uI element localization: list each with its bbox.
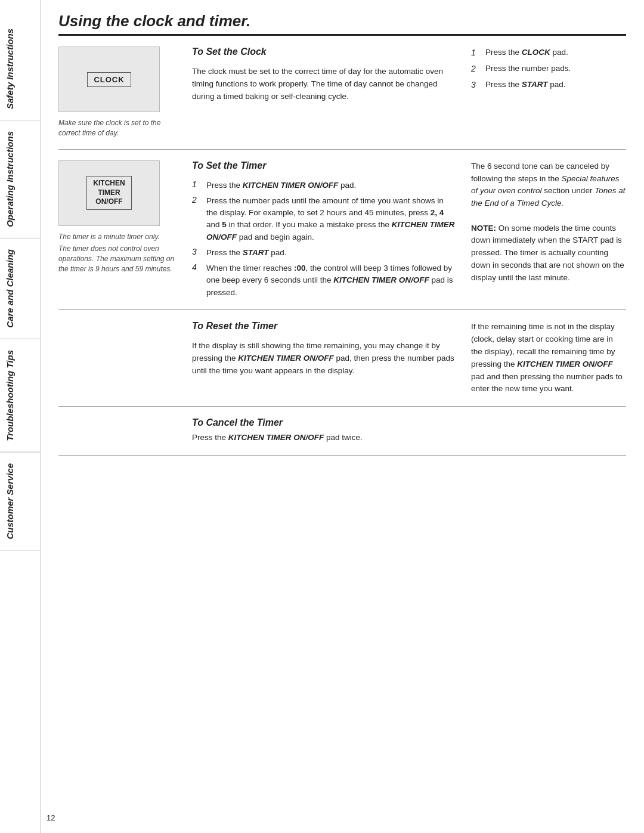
section-set-clock: CLOCK Make sure the clock is set to the …	[58, 36, 626, 150]
timer-step-4-text: When the timer reaches :00, the control …	[206, 262, 457, 299]
timer-label-onoff: ON/OFF	[93, 197, 125, 207]
timer-step-1-text: Press the KITCHEN TIMER ON/OFF pad.	[206, 179, 457, 191]
sidebar-item-safety: Safety Instructions	[0, 18, 40, 120]
reset-right-col: If the remaining time is not in the disp…	[471, 321, 626, 396]
timer-step-1: 1 Press the KITCHEN TIMER ON/OFF pad.	[192, 179, 457, 191]
sidebar-item-troubleshooting: Troubleshooting Tips	[0, 339, 40, 453]
timer-caption-2: The timer does not control oven operatio…	[58, 244, 178, 274]
timer-step-1-num: 1	[192, 179, 203, 189]
reset-section-title: To Reset the Timer	[192, 321, 457, 332]
reset-left-text: If the display is still showing the time…	[192, 340, 457, 377]
page-number: 12	[47, 813, 55, 822]
timer-device-label: KITCHEN TIMER ON/OFF	[86, 176, 131, 210]
reset-content-col: To Reset the Timer If the display is sti…	[192, 321, 457, 396]
clock-device-image: CLOCK	[58, 47, 160, 112]
timer-label-timer: TIMER	[93, 188, 125, 198]
timer-caption-1: The timer is a minute timer only.	[58, 232, 160, 242]
clock-step-3-text: Press the START pad.	[485, 79, 626, 91]
timer-steps: 1 Press the KITCHEN TIMER ON/OFF pad. 2 …	[192, 179, 457, 299]
timer-step-4-num: 4	[192, 262, 203, 272]
reset-spacer	[58, 321, 178, 396]
timer-label-kitchen: KITCHEN	[93, 179, 125, 188]
clock-step-3-num: 3	[471, 79, 482, 91]
sidebar: Safety Instructions Operating Instructio…	[0, 0, 41, 833]
sidebar-item-care: Care and Cleaning	[0, 239, 40, 339]
timer-image-col: KITCHEN TIMER ON/OFF The timer is a minu…	[58, 160, 178, 299]
clock-step-3: 3 Press the START pad.	[471, 79, 626, 91]
clock-step-2-text: Press the number pads.	[485, 63, 626, 75]
timer-note-label: NOTE:	[471, 224, 496, 233]
reset-right-text: If the remaining time is not in the disp…	[471, 321, 626, 396]
timer-step-2-text: Press the number pads until the amount o…	[206, 195, 457, 243]
main-content: Using the clock and timer. CLOCK Make su…	[41, 0, 644, 473]
clock-step-1-text: Press the CLOCK pad.	[485, 47, 626, 58]
section-set-timer: KITCHEN TIMER ON/OFF The timer is a minu…	[58, 150, 626, 310]
cancel-body-text: Press the KITCHEN TIMER ON/OFF pad twice…	[192, 432, 626, 444]
sidebar-item-operating: Operating Instructions	[0, 120, 40, 239]
clock-steps-col: 1 Press the CLOCK pad. 2 Press the numbe…	[471, 47, 626, 138]
timer-step-2-num: 2	[192, 195, 203, 205]
timer-section-title: To Set the Timer	[192, 160, 457, 171]
timer-right-main-text: The 6 second tone can be canceled by fol…	[471, 160, 626, 210]
clock-content-col: To Set the Clock The clock must be set t…	[192, 47, 457, 138]
clock-body-text: The clock must be set to the correct tim…	[192, 66, 457, 103]
timer-content-col: To Set the Timer 1 Press the KITCHEN TIM…	[192, 160, 457, 299]
timer-step-2: 2 Press the number pads until the amount…	[192, 195, 457, 243]
clock-steps: 1 Press the CLOCK pad. 2 Press the numbe…	[471, 47, 626, 91]
timer-right-col: The 6 second tone can be canceled by fol…	[471, 160, 626, 299]
timer-note-text: NOTE: On some models the time counts dow…	[471, 222, 626, 285]
section-cancel-timer: To Cancel the Timer Press the KITCHEN TI…	[58, 407, 626, 456]
clock-step-2: 2 Press the number pads.	[471, 63, 626, 75]
clock-device-label: CLOCK	[87, 72, 131, 87]
cancel-section-title: To Cancel the Timer	[192, 417, 626, 428]
clock-caption: Make sure the clock is set to the correc…	[58, 118, 178, 138]
clock-step-1-num: 1	[471, 47, 482, 59]
timer-step-3-num: 3	[192, 247, 203, 256]
clock-image-col: CLOCK Make sure the clock is set to the …	[58, 47, 178, 138]
timer-step-3: 3 Press the START pad.	[192, 247, 457, 259]
clock-section-title: To Set the Clock	[192, 47, 457, 57]
timer-device-image: KITCHEN TIMER ON/OFF	[58, 160, 160, 226]
clock-step-1: 1 Press the CLOCK pad.	[471, 47, 626, 59]
page-title: Using the clock and timer.	[58, 0, 626, 36]
sidebar-item-customer-service: Customer Service	[0, 452, 40, 551]
timer-step-4: 4 When the timer reaches :00, the contro…	[192, 262, 457, 299]
section-reset-timer: To Reset the Timer If the display is sti…	[58, 310, 626, 407]
timer-step-3-text: Press the START pad.	[206, 247, 457, 259]
clock-step-2-num: 2	[471, 63, 482, 75]
